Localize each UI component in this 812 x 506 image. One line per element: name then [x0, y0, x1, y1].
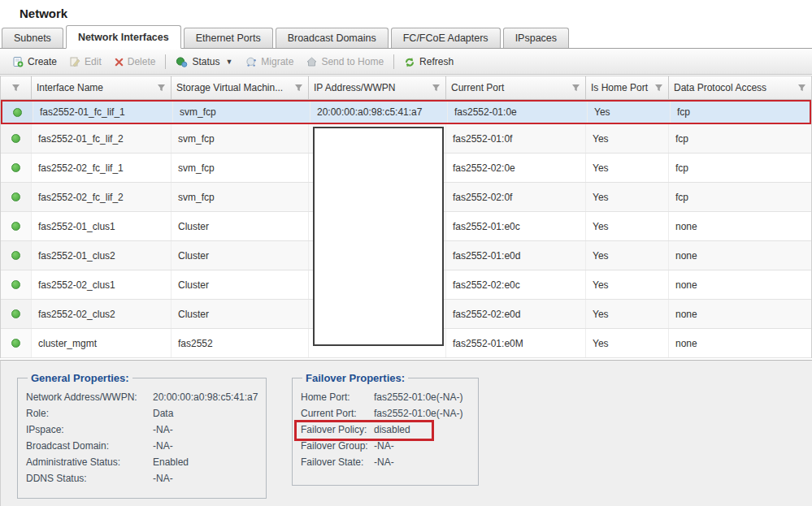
toolbar: Create Edit Delete Status ▼ Migrate Send…: [0, 50, 812, 75]
status-up-icon: [11, 339, 20, 348]
tab[interactable]: Broadcast Domains: [276, 28, 389, 48]
page-title: Network: [20, 6, 67, 20]
status-up-icon: [11, 280, 20, 289]
tab-label: Subnets: [14, 32, 51, 44]
property-row: IPspace: -NA-: [26, 422, 258, 438]
column-header-data-protocol-access[interactable]: Data Protocol Access: [669, 76, 811, 99]
column-header-interface-name[interactable]: Interface Name: [32, 76, 172, 99]
property-row: Network Address/WWPN: 20:00:00:a0:98:c5:…: [26, 389, 258, 405]
tab-label: IPspaces: [515, 32, 557, 44]
migrate-label: Migrate: [261, 56, 293, 67]
status-column-header[interactable]: [1, 76, 32, 99]
data-protocol-cell: fcp: [671, 102, 810, 123]
tab[interactable]: Network Interfaces: [66, 25, 181, 49]
delete-icon: [115, 58, 124, 67]
filter-icon[interactable]: [157, 84, 166, 92]
current-port-cell: fas2552-02:e0c: [446, 270, 586, 299]
status-cell: [1, 212, 32, 240]
data-protocol-cell: fcp: [669, 154, 811, 182]
property-value: Enabled: [153, 456, 189, 468]
table-header-row: Interface Name Storage Virtual Machin...…: [1, 76, 811, 100]
details-panel: General Properties: Network Address/WWPN…: [0, 360, 812, 506]
filter-icon[interactable]: [294, 84, 303, 92]
column-header-storage-virtual-machine[interactable]: Storage Virtual Machin...: [172, 76, 309, 99]
edit-label: Edit: [85, 56, 102, 67]
svm-cell: svm_fcp: [172, 154, 309, 182]
status-cell: [1, 241, 32, 270]
column-header-current-port[interactable]: Current Port: [446, 76, 586, 99]
data-protocol-cell: none: [669, 300, 811, 328]
migrate-button[interactable]: Migrate: [239, 56, 300, 67]
svm-cell: svm_fcp: [172, 124, 309, 153]
current-port-cell: fas2552-01:e0M: [446, 329, 586, 357]
tab[interactable]: Ethernet Ports: [184, 28, 273, 48]
delete-button[interactable]: Delete: [108, 56, 163, 67]
status-cell: [1, 154, 32, 182]
property-label: Administrative Status:: [26, 456, 153, 468]
svm-cell: Cluster: [172, 212, 309, 240]
property-value: disabled: [374, 424, 410, 435]
svm-cell: Cluster: [172, 270, 309, 299]
is-home-port-cell: Yes: [586, 300, 669, 328]
status-up-icon: [11, 134, 20, 143]
property-label: Network Address/WWPN:: [26, 391, 153, 403]
property-value: -NA-: [153, 473, 173, 484]
svm-cell: svm_fcp: [173, 102, 310, 123]
filter-icon[interactable]: [432, 84, 441, 92]
is-home-port-cell: Yes: [586, 241, 669, 270]
interface-name-cell: fas2552-02_clus2: [32, 300, 172, 328]
column-header-is-home-port[interactable]: Is Home Port: [586, 76, 669, 99]
current-port-cell: fas2552-01:0e: [448, 102, 588, 123]
interface-name-cell: fas2552-02_fc_lif_1: [32, 154, 172, 182]
create-label: Create: [28, 56, 57, 67]
status-cell: [2, 102, 33, 123]
status-cell: [1, 270, 32, 299]
property-row: Failover State: -NA-: [301, 454, 470, 470]
general-properties-panel: General Properties: Network Address/WWPN…: [17, 372, 267, 499]
general-properties-rows: Network Address/WWPN: 20:00:00:a0:98:c5:…: [26, 389, 258, 487]
interface-name-cell: fas2552-01_fc_lif_1: [33, 102, 173, 123]
property-row: Current Port: fas2552-01:0e(-NA-): [301, 405, 470, 422]
property-value: -NA-: [374, 440, 394, 452]
create-button[interactable]: Create: [7, 56, 63, 67]
tab-label: FC/FCoE Adapters: [403, 32, 489, 44]
tab[interactable]: FC/FCoE Adapters: [391, 28, 501, 48]
send-to-home-button[interactable]: Send to Home: [300, 56, 390, 67]
is-home-port-cell: Yes: [586, 329, 669, 357]
tab[interactable]: IPspaces: [503, 28, 569, 48]
is-home-port-cell: Yes: [586, 124, 669, 153]
interface-name-cell: fas2552-02_clus1: [32, 270, 172, 299]
filter-icon[interactable]: [571, 84, 580, 92]
data-protocol-cell: none: [669, 212, 811, 240]
data-protocol-cell: none: [669, 270, 811, 299]
failover-properties-panel: Failover Properties: Home Port: fas2552-…: [292, 372, 479, 486]
property-value: Data: [153, 408, 173, 419]
current-port-cell: fas2552-02:0e: [446, 154, 586, 182]
status-up-icon: [11, 222, 20, 231]
is-home-port-cell: Yes: [588, 102, 671, 123]
table-row[interactable]: fas2552-01_fc_lif_1 svm_fcp 20:00:00:a0:…: [1, 100, 811, 124]
refresh-label: Refresh: [419, 56, 454, 67]
status-button[interactable]: Status ▼: [169, 56, 239, 67]
interface-name-cell: fas2552-01_clus1: [32, 212, 172, 240]
tab-label: Ethernet Ports: [196, 32, 261, 44]
current-port-cell: fas2552-02:0f: [446, 183, 586, 211]
current-port-cell: fas2552-01:e0c: [446, 212, 586, 240]
status-cell: [1, 183, 32, 211]
interface-name-cell: fas2552-02_fc_lif_2: [32, 183, 172, 211]
property-row: Failover Policy: disabled: [301, 422, 470, 438]
filter-icon[interactable]: [654, 84, 663, 92]
is-home-port-cell: Yes: [586, 212, 669, 240]
filter-icon[interactable]: [797, 84, 806, 92]
property-label: IPspace:: [26, 424, 153, 435]
filter-icon[interactable]: [11, 84, 20, 92]
property-label: Failover State:: [301, 456, 374, 468]
status-cell: [1, 124, 32, 153]
property-row: DDNS Status: -NA-: [26, 470, 258, 487]
column-header-ip-address[interactable]: IP Address/WWPN: [309, 76, 446, 99]
property-row: Failover Group: -NA-: [301, 438, 470, 454]
edit-button[interactable]: Edit: [63, 56, 108, 67]
property-label: DDNS Status:: [26, 473, 153, 484]
refresh-button[interactable]: Refresh: [397, 56, 460, 67]
tab[interactable]: Subnets: [2, 28, 63, 48]
